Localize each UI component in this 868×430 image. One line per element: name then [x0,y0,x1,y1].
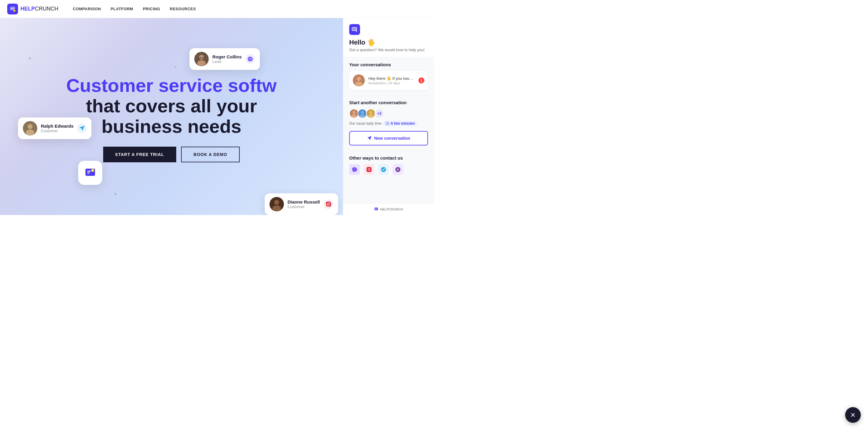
svg-point-10 [249,58,250,59]
roger-info: Roger Collins Lead [212,54,242,64]
reply-label: Our usual reply time [349,121,381,125]
new-conversation-button[interactable]: New conversation [349,131,428,145]
decorative-dot-2 [175,66,176,68]
svg-point-7 [197,60,206,66]
svg-point-25 [355,82,363,86]
conv-message: Hey there 🖐 If you have any q... [368,76,415,81]
messenger-contact-icon[interactable] [349,164,360,175]
svg-point-33 [369,111,373,114]
your-conversations-section: Your conversations Hey there 🖐 If you ha… [343,57,434,95]
svg-rect-14 [87,171,91,172]
nav-pricing[interactable]: PRICING [143,7,160,11]
ralph-channel-icon [77,123,87,133]
svg-point-4 [26,130,34,136]
svg-point-8 [200,57,201,58]
chat-subtitle: Got a question? We would love to help yo… [349,48,428,52]
hero-title-line3: business needs [101,116,241,137]
ralph-avatar [23,121,37,136]
nav-platform[interactable]: PLATFORM [111,7,133,11]
svg-point-12 [251,58,252,59]
svg-point-19 [273,205,281,211]
viber-contact-icon[interactable] [393,164,403,175]
reply-time-badge: A few minutes [383,121,417,126]
roger-avatar [194,52,209,66]
book-demo-button[interactable]: BOOK A DEMO [181,147,240,162]
telegram-contact-icon[interactable] [378,164,389,175]
chat-hello: Hello 🖐 [349,38,428,47]
contact-icons-row [349,164,428,175]
decorative-dot-1 [29,57,31,60]
chat-footer: HELPCRUNCH [343,203,434,215]
hero-title-line2: that covers all your [86,95,257,116]
your-conversations-title: Your conversations [349,62,428,67]
conversation-item[interactable]: Hey there 🖐 If you have any q... Konstan… [349,71,428,90]
conv-info: Hey there 🖐 If you have any q... Konstan… [368,76,415,85]
svg-point-38 [370,168,371,169]
svg-rect-15 [87,173,90,173]
navbar: HELPCRUNCH COMPARISON PLATFORM PRICING R… [0,0,434,18]
dianne-info: Dianne Russell Customer [287,199,320,209]
roger-channel-icon [245,54,255,64]
svg-point-27 [352,111,356,114]
svg-rect-20 [326,202,331,207]
roger-role: Lead [212,59,242,64]
dianne-channel-icon [323,199,333,209]
ralph-name: Ralph Edwards [41,123,73,128]
svg-point-30 [361,111,364,114]
svg-point-3 [28,124,32,129]
ralph-info: Ralph Edwards Customer [41,123,73,133]
svg-point-24 [357,77,361,81]
nav-links: COMPARISON PLATFORM PRICING RESOURCES [73,7,196,11]
logo-icon [7,4,18,15]
footer-brand: HELPCRUNCH [380,207,403,211]
svg-point-11 [250,58,251,59]
agent-count-badge: +2 [374,109,384,118]
svg-rect-41 [374,207,378,210]
reply-time-row: Our usual reply time A few minutes [349,121,428,126]
conv-avatar [353,75,365,86]
chat-panel: Hello 🖐 Got a question? We would love to… [343,18,434,215]
start-another-title: Start another conversation [349,100,428,105]
start-another-section: Start another conversation [343,95,434,131]
instagram-contact-icon[interactable] [364,164,374,175]
dianne-card: Dianne Russell Customer [265,193,338,215]
nav-comparison[interactable]: COMPARISON [73,7,101,11]
svg-rect-36 [367,167,372,172]
dianne-name: Dianne Russell [287,199,320,204]
other-ways-title: Other ways to contact us [349,155,428,161]
roger-name: Roger Collins [212,54,242,59]
logo[interactable]: HELPCRUNCH [7,4,58,15]
chat-panel-header: Hello 🖐 Got a question? We would love to… [343,18,434,57]
dianne-avatar [270,197,284,211]
chat-widget-icon[interactable] [78,161,102,185]
logo-text: HELPCRUNCH [21,6,58,12]
other-ways-section: Other ways to contact us [343,150,434,175]
svg-point-1 [13,10,16,12]
conv-meta: Konstantine | 24 days [368,81,415,85]
start-trial-button[interactable]: START A FREE TRIAL [103,147,176,162]
chat-panel-brand-icon [349,24,360,35]
conv-badge: 1 [418,77,424,83]
agent-avatars-row: +2 [349,109,428,118]
ralph-role: Customer [41,128,73,133]
svg-point-18 [274,200,279,205]
decorative-dot-3 [114,193,117,195]
dianne-role: Customer [287,204,320,209]
hero-section: Customer service softw that covers all y… [0,18,343,215]
nav-resources[interactable]: RESOURCES [170,7,196,11]
new-conv-label: New conversation [374,136,410,141]
roger-card: Roger Collins Lead [189,48,260,70]
hero-title-line1: Customer service softw [66,75,276,96]
hero-buttons: START A FREE TRIAL BOOK A DEMO [51,147,292,162]
svg-point-22 [329,202,330,203]
footer-logo-icon [374,207,378,211]
svg-point-9 [202,57,203,58]
svg-point-6 [199,55,204,60]
ralph-card: Ralph Edwards Customer [18,117,91,139]
